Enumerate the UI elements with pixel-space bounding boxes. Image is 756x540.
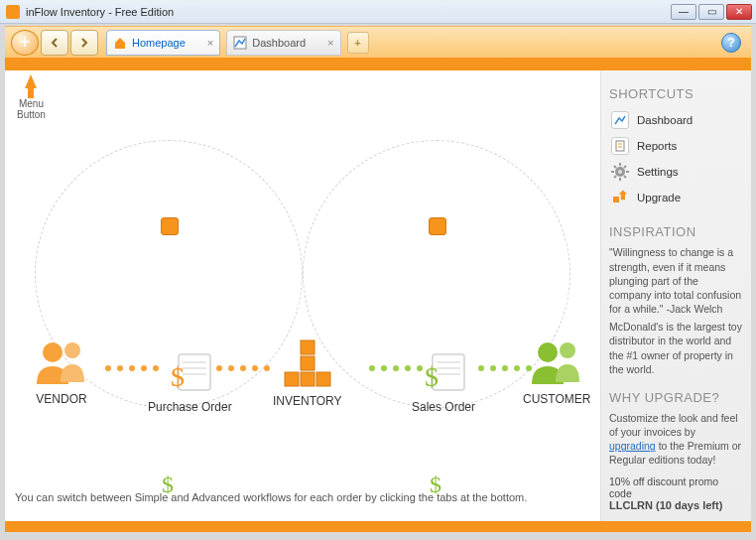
- product-marker-icon: [429, 217, 446, 235]
- node-sales-order[interactable]: $ Sales Order: [412, 352, 475, 414]
- shortcut-label: Settings: [637, 166, 679, 178]
- svg-text:$: $: [425, 361, 439, 392]
- upgrade-link[interactable]: upgrading: [609, 440, 656, 452]
- tab-label: Dashboard: [252, 37, 306, 49]
- chevron-left-icon: [50, 38, 60, 48]
- svg-line-30: [624, 176, 626, 178]
- svg-rect-10: [285, 372, 299, 386]
- nav-back-button[interactable]: [41, 30, 68, 56]
- close-button[interactable]: ✕: [726, 4, 752, 20]
- svg-point-24: [618, 170, 622, 174]
- svg-rect-33: [613, 197, 619, 202]
- svg-rect-9: [301, 356, 315, 370]
- inspiration-quote: "Willingness to change is a strength, ev…: [609, 245, 743, 316]
- chevron-right-icon: [79, 38, 89, 48]
- bar-chart-icon: [277, 338, 338, 388]
- node-label: Sales Order: [412, 400, 475, 414]
- svg-rect-8: [301, 340, 315, 354]
- hint-label: Menu: [17, 98, 46, 109]
- help-button[interactable]: ?: [721, 33, 741, 53]
- document-dollar-icon: $: [165, 352, 214, 394]
- node-label: Purchase Order: [148, 400, 232, 414]
- shortcut-settings[interactable]: Settings: [609, 159, 743, 185]
- promo-code: LLCLRN (10 days left): [609, 499, 722, 511]
- nav-forward-button[interactable]: [70, 30, 98, 56]
- why-text-pre: Customize the look and feel of your invo…: [609, 412, 738, 438]
- svg-point-1: [43, 342, 63, 362]
- dashboard-icon: [233, 36, 247, 50]
- svg-line-32: [624, 166, 626, 168]
- inspiration-heading: INSPIRATION: [609, 224, 743, 239]
- tab-homepage[interactable]: Homepage ×: [106, 30, 220, 56]
- document-icon: [611, 137, 629, 155]
- svg-point-19: [560, 342, 575, 358]
- why-upgrade-heading: WHY UPGRADE?: [609, 390, 743, 405]
- workflow-diagram: $ $ VENDOR: [15, 140, 590, 469]
- people-icon: [526, 338, 587, 386]
- shortcuts-heading: SHORTCUTS: [609, 86, 743, 101]
- node-inventory[interactable]: INVENTORY: [273, 338, 342, 408]
- document-dollar-icon: $: [419, 352, 468, 394]
- upgrade-icon: [611, 189, 629, 206]
- maximize-button[interactable]: ▭: [698, 4, 724, 20]
- svg-text:$: $: [171, 361, 185, 392]
- menu-button-hint: Menu Button: [17, 74, 46, 120]
- menu-button[interactable]: +: [11, 30, 39, 56]
- tab-close-button[interactable]: ×: [207, 37, 213, 49]
- toolbar: + Homepage × Dashboard × + ?: [5, 26, 751, 58]
- product-marker-icon: [161, 217, 179, 235]
- promo-line: 10% off discount promo code: [609, 475, 743, 499]
- accent-bar: [5, 58, 751, 70]
- shortcut-label: Upgrade: [637, 192, 681, 203]
- footer-hint: You can switch between Simple and Advanc…: [15, 491, 590, 503]
- footer-accent-bar: [5, 521, 751, 532]
- inspiration-fact: McDonald's is the largest toy distributo…: [609, 320, 743, 376]
- new-tab-button[interactable]: +: [347, 32, 369, 54]
- node-customer[interactable]: CUSTOMER: [523, 338, 590, 406]
- minimize-button[interactable]: —: [671, 4, 696, 20]
- shortcut-reports[interactable]: Reports: [609, 133, 743, 159]
- hint-label: Button: [17, 109, 46, 120]
- shortcut-upgrade[interactable]: Upgrade: [609, 185, 743, 210]
- svg-line-29: [614, 166, 616, 168]
- node-label: CUSTOMER: [523, 392, 590, 406]
- home-icon: [113, 36, 127, 50]
- node-label: INVENTORY: [273, 394, 342, 408]
- node-label: VENDOR: [31, 392, 92, 406]
- promo-block: 10% off discount promo code LLCLRN (10 d…: [609, 475, 743, 511]
- tab-dashboard[interactable]: Dashboard ×: [226, 30, 340, 56]
- node-vendor[interactable]: VENDOR: [31, 338, 92, 406]
- people-icon: [31, 338, 92, 386]
- shortcut-label: Reports: [637, 140, 677, 152]
- svg-rect-11: [301, 372, 315, 386]
- tab-close-button[interactable]: ×: [327, 37, 333, 49]
- svg-rect-20: [616, 141, 624, 151]
- svg-point-2: [64, 342, 80, 358]
- shortcut-dashboard[interactable]: Dashboard: [609, 107, 743, 133]
- gear-icon: [611, 163, 629, 181]
- main-area: Menu Button $ $: [5, 70, 600, 520]
- window-title: inFlow Inventory - Free Edition: [26, 6, 669, 18]
- shortcut-label: Dashboard: [637, 114, 693, 126]
- sidebar: SHORTCUTS Dashboard Reports S: [600, 70, 751, 520]
- tab-label: Homepage: [132, 37, 186, 49]
- node-purchase-order[interactable]: $ Purchase Order: [148, 352, 232, 414]
- chart-line-icon: [611, 111, 629, 129]
- why-upgrade-text: Customize the look and feel of your invo…: [609, 411, 743, 468]
- window-titlebar: inFlow Inventory - Free Edition — ▭ ✕: [0, 0, 756, 24]
- svg-line-31: [614, 176, 616, 178]
- app-icon: [6, 5, 20, 19]
- svg-rect-12: [316, 372, 330, 386]
- svg-point-18: [538, 342, 558, 362]
